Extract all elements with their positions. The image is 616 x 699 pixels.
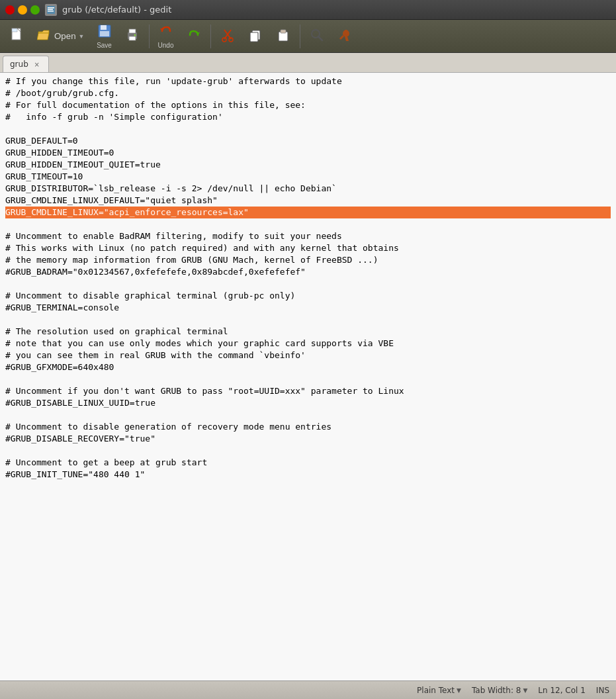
code-line: # you can see them in real GRUB with the… <box>5 350 611 361</box>
tab-close-button[interactable]: × <box>32 60 42 69</box>
tab-width-status[interactable]: Tab Width: 8 ▼ <box>472 686 527 695</box>
tab-width-dropdown-icon: ▼ <box>523 687 527 694</box>
toolbar-separator-3 <box>300 24 300 48</box>
copy-button[interactable] <box>242 25 269 47</box>
tools-icon <box>337 28 352 44</box>
tab-label: grub <box>10 60 28 69</box>
code-line <box>5 218 611 230</box>
new-button[interactable] <box>4 25 30 47</box>
code-line: # the memory map information from GRUB (… <box>5 254 611 266</box>
language-label: Plain Text <box>417 686 455 695</box>
code-line: GRUB_HIDDEN_TIMEOUT=0 <box>5 147 611 159</box>
svg-rect-11 <box>129 29 136 33</box>
save-icon <box>97 24 112 40</box>
code-line: # This works with Linux (no patch requir… <box>5 242 611 254</box>
mode-status: INS <box>596 686 609 695</box>
code-line: GRUB_CMDLINE_LINUX_DEFAULT="quiet splash… <box>5 195 611 207</box>
code-line: # /boot/grub/grub.cfg. <box>5 87 611 99</box>
code-line: # Uncomment to enable BadRAM filtering, … <box>5 230 611 242</box>
code-line: # For full documentation of the options … <box>5 99 611 111</box>
open-label: Open <box>54 31 76 41</box>
new-icon <box>10 28 24 44</box>
toolbar: Open ▼ Save <box>0 20 616 53</box>
tab-grub[interactable]: grub × <box>3 56 49 72</box>
save-button[interactable]: Save <box>91 21 118 52</box>
code-line <box>5 278 611 290</box>
code-line: #GRUB_TERMINAL=console <box>5 302 611 314</box>
code-line: # Uncomment to get a beep at grub start <box>5 457 611 469</box>
statusbar: Plain Text ▼ Tab Width: 8 ▼ Ln 12, Col 1… <box>0 680 616 699</box>
code-line <box>5 409 611 421</box>
tab-width-label: Tab Width: 8 <box>472 686 521 695</box>
code-line: #GRUB_GFXMODE=640x480 <box>5 361 611 373</box>
code-line: GRUB_DEFAULT=0 <box>5 135 611 147</box>
language-dropdown-icon: ▼ <box>457 687 461 694</box>
svg-rect-12 <box>129 36 136 40</box>
code-line: GRUB_TIMEOUT=10 <box>5 171 611 183</box>
svg-rect-8 <box>101 25 107 30</box>
save-label: Save <box>97 42 112 49</box>
code-line: # The resolution used on graphical termi… <box>5 326 611 338</box>
open-button[interactable]: Open ▼ <box>32 25 90 47</box>
minimize-window-button[interactable] <box>18 5 27 15</box>
svg-rect-5 <box>12 28 17 32</box>
code-line: # If you change this file, run 'update-g… <box>5 75 611 87</box>
svg-marker-14 <box>160 28 164 31</box>
code-line: GRUB_CMDLINE_LINUX="acpi_enforce_resourc… <box>5 207 611 218</box>
code-line <box>5 373 611 385</box>
print-icon <box>125 28 140 44</box>
paste-icon <box>276 28 290 44</box>
cut-button[interactable] <box>214 25 241 47</box>
svg-line-25 <box>318 36 322 40</box>
code-line: GRUB_HIDDEN_TIMEOUT_QUIET=true <box>5 159 611 171</box>
code-line: #GRUB_BADRAM="0x01234567,0xfefefefe,0x89… <box>5 266 611 278</box>
window-controls <box>5 5 40 15</box>
svg-rect-23 <box>281 30 286 33</box>
undo-button[interactable]: Undo <box>153 21 179 52</box>
titlebar: grub (/etc/default) - gedit <box>0 0 616 20</box>
code-line <box>5 314 611 326</box>
mode-label: INS <box>596 686 609 695</box>
position-label: Ln 12, Col 1 <box>538 686 586 695</box>
svg-rect-21 <box>250 32 258 42</box>
find-button[interactable] <box>304 25 330 47</box>
editor-content: # If you change this file, run 'update-g… <box>5 75 611 481</box>
close-window-button[interactable] <box>5 5 15 15</box>
toolbar-separator-2 <box>210 24 211 48</box>
tools-button[interactable] <box>331 25 358 47</box>
search-icon <box>310 28 324 44</box>
code-line: GRUB_DISTRIBUTOR=`lsb_release -i -s 2> /… <box>5 183 611 195</box>
code-line: # Uncomment if you don't want GRUB to pa… <box>5 385 611 397</box>
code-line: #GRUB_INIT_TUNE="480 440 1" <box>5 469 611 481</box>
tabbar: grub × <box>0 53 616 73</box>
code-line: # Uncomment to disable generation of rec… <box>5 421 611 433</box>
svg-rect-1 <box>48 7 54 9</box>
editor[interactable]: # If you change this file, run 'update-g… <box>0 73 616 680</box>
code-line: #GRUB_DISABLE_LINUX_UUID=true <box>5 397 611 409</box>
redo-icon <box>187 28 201 44</box>
toolbar-separator-1 <box>149 24 150 48</box>
code-line: # Uncomment to disable graphical termina… <box>5 290 611 302</box>
print-button[interactable] <box>119 25 146 47</box>
redo-button[interactable] <box>181 25 207 47</box>
paste-button[interactable] <box>270 25 296 47</box>
svg-rect-3 <box>48 11 54 12</box>
svg-rect-9 <box>100 31 109 36</box>
code-line: #GRUB_DISABLE_RECOVERY="true" <box>5 433 611 445</box>
app-icon <box>45 4 57 16</box>
cut-icon <box>220 28 235 44</box>
undo-icon <box>159 24 173 40</box>
open-icon <box>37 28 52 44</box>
copy-icon <box>248 28 263 44</box>
svg-marker-15 <box>196 32 200 35</box>
code-line: # note that you can use only modes which… <box>5 338 611 350</box>
code-line <box>5 123 611 135</box>
code-line: # info -f grub -n 'Simple configuration' <box>5 111 611 123</box>
maximize-window-button[interactable] <box>30 5 40 15</box>
open-dropdown-arrow[interactable]: ▼ <box>79 33 85 40</box>
svg-point-13 <box>134 34 136 36</box>
window-title: grub (/etc/default) - gedit <box>62 5 171 15</box>
position-status: Ln 12, Col 1 <box>538 686 586 695</box>
language-status[interactable]: Plain Text ▼ <box>417 686 461 695</box>
code-line <box>5 445 611 457</box>
